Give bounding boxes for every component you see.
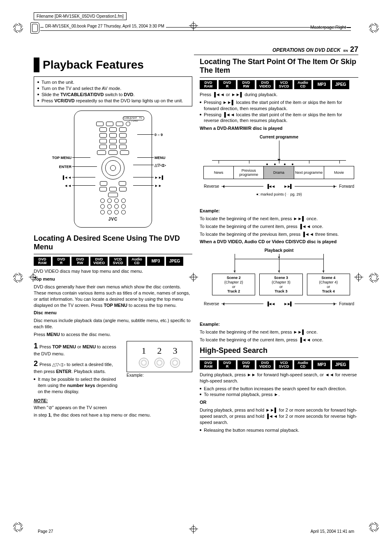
format-chip: DVDRW bbox=[238, 80, 255, 89]
setup-item: Turn on the unit. bbox=[37, 79, 189, 85]
format-chip: DVDRAM bbox=[200, 80, 217, 89]
example-heading: Example: bbox=[200, 321, 358, 327]
format-chip: AudioCD bbox=[294, 80, 311, 89]
format-chip: DVDRW bbox=[71, 257, 89, 266]
crop-mark-icon bbox=[369, 273, 379, 283]
format-chip: VCDSVCD bbox=[275, 360, 293, 369]
body-text: DVD discs generally have their own menus… bbox=[34, 284, 192, 308]
footer-timestamp: April 15, 2004 11:41 am bbox=[311, 529, 354, 534]
format-chip: MP3 bbox=[147, 257, 164, 266]
format-chip: DVDVIDEO bbox=[256, 360, 274, 369]
brand-label: JVC bbox=[82, 217, 144, 221]
skip-fwd-icon: ►►▌ bbox=[284, 302, 292, 306]
timeline-diagram-video: Playback point Scene 2(Chapter 2)orTrack… bbox=[200, 248, 358, 318]
format-chip: DVDR bbox=[219, 360, 236, 369]
body-text: Disc menus include playback data (angle … bbox=[34, 318, 192, 330]
heading-locating-scene: Locating A Desired Scene Using The DVD M… bbox=[34, 234, 192, 251]
book-header-text: DR-MV1SEK_00.book Page 27 Thursday, Apri… bbox=[44, 24, 166, 28]
body-text: To locate the beginning of the previous … bbox=[200, 231, 358, 237]
callout-top-menu: TOP MENU bbox=[52, 156, 71, 160]
crop-mark-icon bbox=[13, 522, 23, 532]
format-chip: DVDR bbox=[219, 80, 236, 89]
note-text: When "⊘" appears on the TV screen bbox=[34, 405, 192, 411]
format-chip: JPEG bbox=[166, 257, 183, 266]
format-chip: AudioCD bbox=[294, 360, 311, 369]
format-chip: DVDRAM bbox=[34, 257, 51, 266]
body-text: To locate the beginning of the next item… bbox=[200, 216, 358, 222]
crop-mark-icon bbox=[369, 23, 379, 33]
bullet-item: Releasing the button resumes normal play… bbox=[200, 427, 358, 433]
format-chip: DVDVIDEO bbox=[256, 80, 274, 89]
callout-rew-icon: ◄◄ bbox=[64, 184, 71, 188]
page-title-bar: Playback Features bbox=[34, 58, 192, 72]
setup-item: Press VCR/DVD repeatedly so that the DVD… bbox=[37, 98, 189, 104]
heading-locating-start: Locating The Start Point Of The Item Or … bbox=[200, 58, 358, 75]
format-chip: DVDRAM bbox=[200, 360, 217, 369]
section-title: OPERATIONS ON DVD DECK bbox=[272, 47, 341, 53]
format-chip: VCDSVCD bbox=[109, 257, 127, 266]
callout-menu: MENU bbox=[154, 156, 166, 160]
crop-mark-icon bbox=[13, 273, 23, 283]
format-chip: DVDRW bbox=[238, 360, 255, 369]
crop-mark-icon bbox=[13, 23, 23, 33]
format-chips: DVDRAMDVDRDVDRWDVDVIDEOVCDSVCDAudioCDMP3… bbox=[34, 257, 192, 266]
lang-code: EN bbox=[344, 49, 348, 53]
example-figure: 1 2 3 bbox=[127, 341, 192, 372]
subhead-dvd-video: When a DVD VIDEO, Audio CD or Video CD/S… bbox=[200, 239, 358, 245]
or-label: OR bbox=[200, 399, 358, 405]
format-chip: AudioCD bbox=[128, 257, 145, 266]
bullet-item: Pressing ▐◄◄ locates the start point of … bbox=[200, 112, 358, 124]
remote-diagram: CABLE/SAT TV ◯ DVD JVC TOP bbox=[74, 111, 152, 228]
format-chip: MP3 bbox=[313, 80, 330, 89]
format-chip: MP3 bbox=[313, 360, 330, 369]
callout-arrows: △▽◁▷ bbox=[154, 163, 166, 167]
body-text: To locate the beginning of the next item… bbox=[200, 329, 358, 335]
body-text: Press ▐◄◄ or ►►▌ during playback. bbox=[200, 92, 358, 98]
filename-box: Filename [DR-MV1SEK_05DVD Operation1.fm] bbox=[34, 12, 127, 20]
format-chip: JPEG bbox=[332, 80, 349, 89]
format-chips: DVDRAMDVDRDVDRWDVDVIDEOVCDSVCDAudioCDMP3… bbox=[200, 80, 358, 89]
setup-item: Slide the TV/CABLE/SAT/DVD switch to DVD… bbox=[37, 92, 189, 98]
body-text: To locate the beginning of the current i… bbox=[200, 223, 358, 230]
timeline-diagram-ram: Current programme News Previous programm… bbox=[200, 135, 358, 205]
footer-page: Page 27 bbox=[38, 529, 53, 534]
left-column: Playback Features Turn on the unit. Turn… bbox=[34, 58, 192, 514]
callout-ff-icon: ►► bbox=[154, 184, 162, 188]
book-header-rule: DR-MV1SEK_00.book Page 27 Thursday, Apri… bbox=[40, 25, 351, 30]
format-chip: VCDSVCD bbox=[275, 80, 293, 89]
body-text: DVD VIDEO discs may have top menu and di… bbox=[34, 268, 192, 274]
callout-numbers: 0 – 9 bbox=[154, 133, 163, 137]
subhead-top-menu: Top menu bbox=[34, 276, 192, 282]
crop-mark-icon bbox=[369, 522, 379, 532]
subhead-dvd-ram: When a DVD-RAM/RW/R disc is played bbox=[200, 125, 358, 131]
skip-fwd-icon: ►►▌ bbox=[284, 184, 292, 189]
body-text: To locate the beginning of the current i… bbox=[200, 337, 358, 343]
page-number: 27 bbox=[350, 45, 358, 53]
callout-prev-icon: ▐◄◄ bbox=[62, 175, 71, 180]
setup-item: Turn on the TV and select the AV mode. bbox=[37, 85, 189, 92]
skip-back-icon: ▐◄◄ bbox=[266, 184, 274, 189]
callout-enter: ENTER bbox=[59, 165, 71, 169]
bullet-item: To resume normal playback, press ►. bbox=[200, 391, 358, 398]
bullet-item: Each press of the button increases the s… bbox=[200, 386, 358, 392]
body-text: Press MENU to access the disc menu. bbox=[34, 332, 192, 338]
page: Filename [DR-MV1SEK_05DVD Operation1.fm]… bbox=[0, 0, 392, 555]
right-column: Locating The Start Point Of The Item Or … bbox=[200, 58, 358, 514]
note-heading: NOTE: bbox=[34, 398, 192, 403]
setup-box: Turn on the unit. Turn on the TV and sel… bbox=[34, 76, 192, 106]
format-chips: DVDRAMDVDRDVDRWDVDVIDEOVCDSVCDAudioCDMP3… bbox=[200, 360, 358, 369]
callout-next-icon: ►►▌ bbox=[154, 175, 164, 180]
body-text: During playback, press ►► for forward hi… bbox=[200, 372, 358, 384]
format-chip: DVDR bbox=[53, 257, 70, 266]
example-caption: Example: bbox=[127, 373, 192, 378]
step-1: 1Press TOP MENU or MENU to access the DV… bbox=[34, 341, 122, 357]
heading-high-speed: High-Speed Search bbox=[200, 346, 358, 355]
step-2: 2Press △▽◁▷ to select a desired title, t… bbox=[34, 359, 122, 375]
skip-back-icon: ▐◄◄ bbox=[266, 302, 274, 306]
section-header: OPERATIONS ON DVD DECK EN 27 bbox=[194, 45, 358, 55]
body-text: During playback, press and hold ►►▌ for … bbox=[200, 407, 358, 426]
bullet-item: Pressing ►►▌ locates the start point of … bbox=[200, 99, 358, 112]
page-title: Playback Features bbox=[39, 58, 147, 72]
step-2-bullet: It may be possible to select the desired… bbox=[34, 376, 122, 395]
subhead-disc-menu: Disc menu bbox=[34, 310, 192, 316]
